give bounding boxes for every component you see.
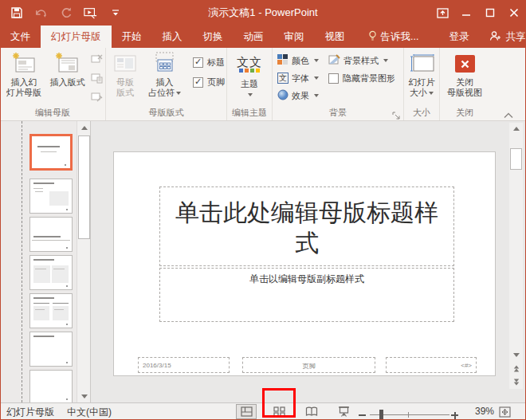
canvas-scrollbar[interactable]: [509, 123, 523, 389]
reading-view-icon: [305, 406, 318, 417]
tab-animations[interactable]: 动画: [234, 26, 274, 48]
button-label-text: 字体: [292, 73, 309, 84]
tab-transitions[interactable]: 切换: [193, 26, 234, 48]
hide-background-checkbox[interactable]: 隐藏背景图形: [328, 69, 395, 87]
fit-to-window-icon: [499, 406, 511, 418]
normal-view-button[interactable]: [236, 404, 257, 419]
undo-icon[interactable]: [34, 6, 48, 20]
share-person-icon: [489, 30, 501, 44]
tab-file[interactable]: 文件: [0, 26, 41, 48]
insert-layout-button[interactable]: 插入版式: [47, 50, 87, 88]
group-label: 关闭: [440, 107, 489, 119]
ribbon: 插入幻 灯片母版 插入版式 编辑母版 母版: [0, 48, 526, 121]
share-button[interactable]: 共享: [483, 26, 526, 48]
fit-slide-to-window-button[interactable]: [496, 404, 513, 419]
save-icon[interactable]: [10, 6, 23, 20]
slide-number-placeholder[interactable]: <#>: [386, 357, 477, 373]
dropdown-caret-icon: [314, 94, 319, 97]
tab-view[interactable]: 视图: [315, 26, 355, 48]
thumbnail-comparison-layout[interactable]: [29, 293, 73, 328]
button-label-line: 母版视图: [447, 88, 482, 98]
delete-slide-icon[interactable]: [91, 53, 103, 68]
colors-icon: [277, 54, 289, 67]
status-view-name[interactable]: 幻灯片母版: [6, 406, 54, 419]
insert-layout-icon: [54, 50, 80, 77]
date-placeholder[interactable]: 2016/3/15: [138, 357, 230, 373]
button-label-text: 背景样式: [343, 55, 379, 67]
window-border-left: [0, 26, 1, 420]
customize-qat-icon[interactable]: [108, 6, 122, 20]
preserve-master-icon[interactable]: [91, 92, 103, 106]
scrollbar-thumb[interactable]: [510, 148, 522, 170]
zoom-level[interactable]: 39%: [469, 406, 494, 417]
scroll-down-icon[interactable]: [78, 391, 90, 402]
colors-button[interactable]: 颜色: [277, 52, 319, 69]
thumbnail-scrollbar[interactable]: [77, 121, 90, 402]
tab-insert[interactable]: 插入: [152, 26, 193, 48]
redo-icon[interactable]: [59, 6, 73, 20]
slideshow-view-button[interactable]: [333, 404, 354, 419]
slide-master-editing-surface[interactable]: 单击此处编辑母版标题样式 单击以编辑母版副标题样式 2016/3/15 页脚 <…: [113, 151, 496, 376]
tab-review[interactable]: 审阅: [274, 26, 315, 48]
dropdown-caret-icon: [176, 92, 181, 95]
tab-home[interactable]: 开始: [112, 26, 152, 48]
effects-button[interactable]: 效果: [277, 87, 319, 104]
tab-slide-master[interactable]: 幻灯片母版: [41, 26, 112, 48]
date-text: 2016/3/15: [143, 362, 171, 369]
title-placeholder[interactable]: 单击此处编辑母版标题样式: [159, 186, 454, 266]
background-styles-button[interactable]: 背景样式: [328, 52, 395, 69]
button-label-line: 插入: [155, 77, 173, 88]
ribbon-tabs: 文件 幻灯片母版 开始 插入 切换 动画 审阅 视图 告诉我... 登录 共享: [0, 26, 526, 48]
master-layout-button[interactable]: 母版 版式: [109, 50, 141, 98]
title-checkbox[interactable]: 标题: [193, 57, 225, 69]
footer-checkbox[interactable]: 页脚: [193, 77, 225, 88]
start-slideshow-icon[interactable]: [84, 6, 97, 20]
zoom-out-icon[interactable]: [359, 414, 366, 416]
dropdown-caret-icon: [248, 93, 253, 96]
reading-view-button[interactable]: [301, 404, 322, 419]
ribbon-display-options-icon[interactable]: [430, 0, 454, 26]
footer-placeholder[interactable]: 页脚: [242, 357, 375, 373]
dialog-launcher-icon[interactable]: [392, 109, 401, 118]
thumbnail-section-header-layout[interactable]: [29, 217, 73, 252]
group-background: 颜色 文 字体 效果 背景样式 隐藏背景图形: [273, 48, 404, 120]
tell-me-box[interactable]: 告诉我...: [362, 26, 426, 48]
status-language[interactable]: 中文(中国): [67, 406, 112, 419]
scroll-up-icon[interactable]: [78, 122, 90, 133]
fonts-button[interactable]: 文 字体: [277, 69, 319, 87]
next-slide-icon[interactable]: [510, 376, 522, 387]
scrollbar-thumb[interactable]: [78, 135, 90, 239]
tab-label: 视图: [325, 30, 345, 44]
thumbnail-blank-layout[interactable]: [29, 370, 73, 402]
rename-slide-icon[interactable]: [91, 73, 103, 87]
insert-slide-master-button[interactable]: 插入幻 灯片母版: [4, 50, 44, 98]
sign-in-label: 登录: [449, 30, 469, 44]
thumbnail-two-content-layout[interactable]: [29, 255, 73, 290]
scroll-down-icon[interactable]: [510, 349, 522, 360]
themes-button[interactable]: 文文 主题: [227, 50, 272, 97]
button-label-line: 关闭: [456, 77, 473, 88]
thumbnail-title-only-layout[interactable]: [29, 332, 73, 367]
group-label: 编辑母版: [0, 107, 105, 119]
button-label-line: 插入版式: [49, 77, 84, 88]
thumbnail-title-slide-layout[interactable]: [29, 134, 73, 171]
maximize-icon[interactable]: [478, 0, 502, 26]
minimize-icon[interactable]: [454, 0, 478, 26]
close-icon[interactable]: [502, 0, 526, 26]
slide-size-button[interactable]: 幻灯片 大小: [404, 50, 439, 98]
button-label-line: 版式: [116, 88, 134, 98]
insert-placeholder-button[interactable]: 插入 占位符: [144, 50, 184, 98]
thumbnail-title-content-layout[interactable]: [29, 179, 73, 214]
group-label: 背景: [273, 107, 403, 119]
sign-in-button[interactable]: 登录: [442, 26, 475, 48]
close-master-view-button[interactable]: 关闭 母版视图: [440, 50, 489, 98]
collapse-ribbon-icon[interactable]: [504, 108, 515, 116]
master-layout-icon: [113, 50, 137, 77]
dropdown-caret-icon: [314, 59, 319, 62]
subtitle-placeholder[interactable]: 单击以编辑母版副标题样式: [159, 268, 454, 322]
button-label-line: 灯片母版: [6, 88, 41, 98]
button-label-line: 占位符: [148, 88, 181, 98]
footer-text: 页脚: [303, 363, 316, 370]
previous-slide-icon[interactable]: [510, 363, 522, 374]
scroll-up-icon[interactable]: [510, 123, 522, 134]
